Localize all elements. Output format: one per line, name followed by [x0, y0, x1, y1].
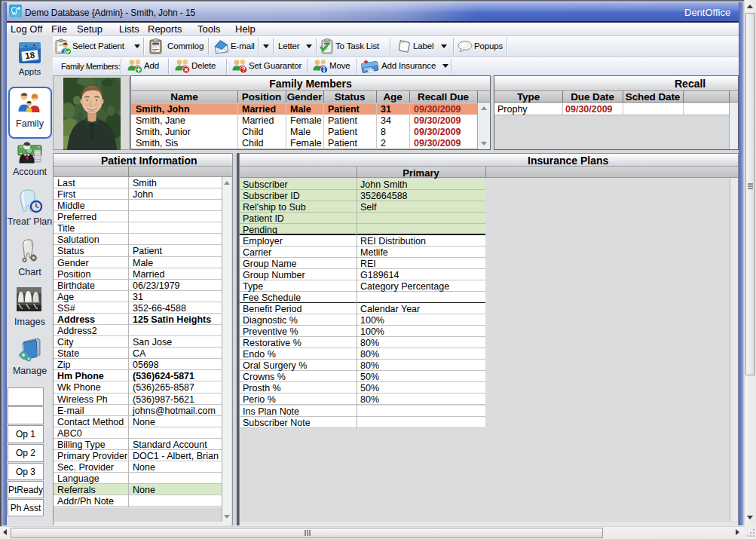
svg-text:18: 18	[25, 51, 36, 61]
